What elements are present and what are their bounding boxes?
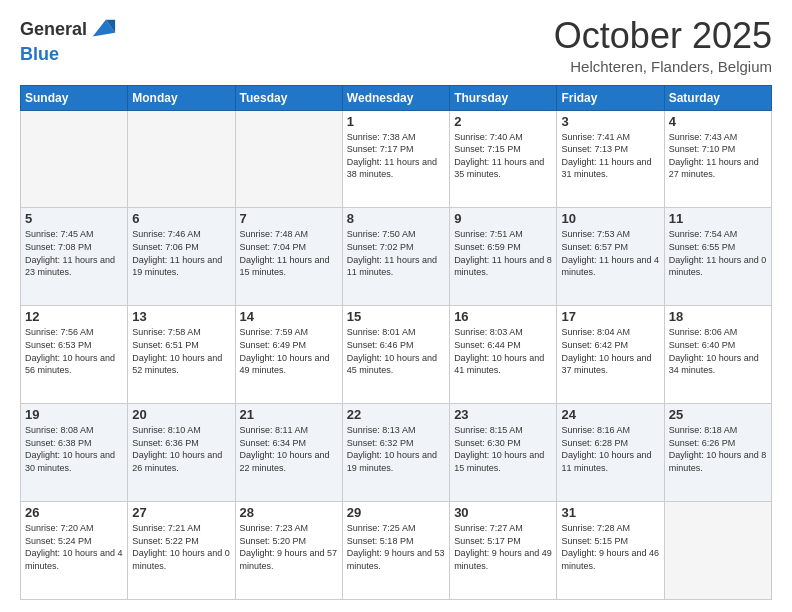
calendar-cell: 25Sunrise: 8:18 AM Sunset: 6:26 PM Dayli…	[664, 404, 771, 502]
day-number: 31	[561, 505, 659, 520]
day-info: Sunrise: 8:10 AM Sunset: 6:36 PM Dayligh…	[132, 424, 230, 474]
calendar-cell: 4Sunrise: 7:43 AM Sunset: 7:10 PM Daylig…	[664, 110, 771, 208]
day-number: 29	[347, 505, 445, 520]
calendar-cell: 10Sunrise: 7:53 AM Sunset: 6:57 PM Dayli…	[557, 208, 664, 306]
calendar-cell: 29Sunrise: 7:25 AM Sunset: 5:18 PM Dayli…	[342, 502, 449, 600]
day-info: Sunrise: 7:48 AM Sunset: 7:04 PM Dayligh…	[240, 228, 338, 278]
day-info: Sunrise: 7:27 AM Sunset: 5:17 PM Dayligh…	[454, 522, 552, 572]
day-info: Sunrise: 7:58 AM Sunset: 6:51 PM Dayligh…	[132, 326, 230, 376]
calendar-week-row: 12Sunrise: 7:56 AM Sunset: 6:53 PM Dayli…	[21, 306, 772, 404]
day-number: 5	[25, 211, 123, 226]
day-number: 10	[561, 211, 659, 226]
day-info: Sunrise: 7:54 AM Sunset: 6:55 PM Dayligh…	[669, 228, 767, 278]
day-number: 24	[561, 407, 659, 422]
day-info: Sunrise: 8:11 AM Sunset: 6:34 PM Dayligh…	[240, 424, 338, 474]
calendar-cell	[128, 110, 235, 208]
day-number: 25	[669, 407, 767, 422]
col-saturday: Saturday	[664, 85, 771, 110]
day-number: 19	[25, 407, 123, 422]
day-number: 18	[669, 309, 767, 324]
day-number: 15	[347, 309, 445, 324]
day-number: 12	[25, 309, 123, 324]
calendar-week-row: 19Sunrise: 8:08 AM Sunset: 6:38 PM Dayli…	[21, 404, 772, 502]
day-info: Sunrise: 7:20 AM Sunset: 5:24 PM Dayligh…	[25, 522, 123, 572]
calendar-cell: 1Sunrise: 7:38 AM Sunset: 7:17 PM Daylig…	[342, 110, 449, 208]
day-number: 17	[561, 309, 659, 324]
day-number: 9	[454, 211, 552, 226]
calendar-cell: 23Sunrise: 8:15 AM Sunset: 6:30 PM Dayli…	[450, 404, 557, 502]
col-tuesday: Tuesday	[235, 85, 342, 110]
header: General Blue October 2025 Helchteren, Fl…	[20, 16, 772, 75]
logo-icon	[89, 16, 117, 44]
calendar-cell: 15Sunrise: 8:01 AM Sunset: 6:46 PM Dayli…	[342, 306, 449, 404]
day-number: 26	[25, 505, 123, 520]
day-info: Sunrise: 7:38 AM Sunset: 7:17 PM Dayligh…	[347, 131, 445, 181]
day-number: 16	[454, 309, 552, 324]
calendar-cell	[235, 110, 342, 208]
day-number: 30	[454, 505, 552, 520]
col-wednesday: Wednesday	[342, 85, 449, 110]
day-info: Sunrise: 8:03 AM Sunset: 6:44 PM Dayligh…	[454, 326, 552, 376]
day-info: Sunrise: 7:53 AM Sunset: 6:57 PM Dayligh…	[561, 228, 659, 278]
calendar-cell: 7Sunrise: 7:48 AM Sunset: 7:04 PM Daylig…	[235, 208, 342, 306]
calendar-cell: 14Sunrise: 7:59 AM Sunset: 6:49 PM Dayli…	[235, 306, 342, 404]
calendar-cell: 26Sunrise: 7:20 AM Sunset: 5:24 PM Dayli…	[21, 502, 128, 600]
day-number: 1	[347, 114, 445, 129]
day-info: Sunrise: 7:56 AM Sunset: 6:53 PM Dayligh…	[25, 326, 123, 376]
day-info: Sunrise: 7:28 AM Sunset: 5:15 PM Dayligh…	[561, 522, 659, 572]
location-title: Helchteren, Flanders, Belgium	[554, 58, 772, 75]
day-number: 4	[669, 114, 767, 129]
day-number: 8	[347, 211, 445, 226]
calendar-cell: 30Sunrise: 7:27 AM Sunset: 5:17 PM Dayli…	[450, 502, 557, 600]
calendar-cell: 19Sunrise: 8:08 AM Sunset: 6:38 PM Dayli…	[21, 404, 128, 502]
day-number: 28	[240, 505, 338, 520]
day-number: 6	[132, 211, 230, 226]
calendar-week-row: 26Sunrise: 7:20 AM Sunset: 5:24 PM Dayli…	[21, 502, 772, 600]
logo-general-text: General	[20, 19, 87, 41]
title-block: October 2025 Helchteren, Flanders, Belgi…	[554, 16, 772, 75]
day-info: Sunrise: 8:18 AM Sunset: 6:26 PM Dayligh…	[669, 424, 767, 474]
day-info: Sunrise: 8:15 AM Sunset: 6:30 PM Dayligh…	[454, 424, 552, 474]
day-info: Sunrise: 7:41 AM Sunset: 7:13 PM Dayligh…	[561, 131, 659, 181]
day-number: 21	[240, 407, 338, 422]
day-info: Sunrise: 7:25 AM Sunset: 5:18 PM Dayligh…	[347, 522, 445, 572]
day-info: Sunrise: 8:04 AM Sunset: 6:42 PM Dayligh…	[561, 326, 659, 376]
calendar-cell: 3Sunrise: 7:41 AM Sunset: 7:13 PM Daylig…	[557, 110, 664, 208]
calendar-week-row: 5Sunrise: 7:45 AM Sunset: 7:08 PM Daylig…	[21, 208, 772, 306]
day-info: Sunrise: 7:46 AM Sunset: 7:06 PM Dayligh…	[132, 228, 230, 278]
day-info: Sunrise: 8:01 AM Sunset: 6:46 PM Dayligh…	[347, 326, 445, 376]
page: General Blue October 2025 Helchteren, Fl…	[0, 0, 792, 612]
day-info: Sunrise: 7:59 AM Sunset: 6:49 PM Dayligh…	[240, 326, 338, 376]
day-info: Sunrise: 7:21 AM Sunset: 5:22 PM Dayligh…	[132, 522, 230, 572]
calendar-cell: 5Sunrise: 7:45 AM Sunset: 7:08 PM Daylig…	[21, 208, 128, 306]
day-info: Sunrise: 8:16 AM Sunset: 6:28 PM Dayligh…	[561, 424, 659, 474]
day-number: 2	[454, 114, 552, 129]
calendar-cell	[21, 110, 128, 208]
day-info: Sunrise: 7:51 AM Sunset: 6:59 PM Dayligh…	[454, 228, 552, 278]
calendar: Sunday Monday Tuesday Wednesday Thursday…	[20, 85, 772, 600]
calendar-cell: 6Sunrise: 7:46 AM Sunset: 7:06 PM Daylig…	[128, 208, 235, 306]
day-info: Sunrise: 8:08 AM Sunset: 6:38 PM Dayligh…	[25, 424, 123, 474]
calendar-cell: 8Sunrise: 7:50 AM Sunset: 7:02 PM Daylig…	[342, 208, 449, 306]
logo-blue-text: Blue	[20, 44, 59, 64]
day-number: 3	[561, 114, 659, 129]
calendar-cell: 16Sunrise: 8:03 AM Sunset: 6:44 PM Dayli…	[450, 306, 557, 404]
day-number: 22	[347, 407, 445, 422]
calendar-cell: 22Sunrise: 8:13 AM Sunset: 6:32 PM Dayli…	[342, 404, 449, 502]
day-number: 20	[132, 407, 230, 422]
calendar-cell	[664, 502, 771, 600]
calendar-cell: 12Sunrise: 7:56 AM Sunset: 6:53 PM Dayli…	[21, 306, 128, 404]
col-friday: Friday	[557, 85, 664, 110]
day-info: Sunrise: 7:23 AM Sunset: 5:20 PM Dayligh…	[240, 522, 338, 572]
day-number: 27	[132, 505, 230, 520]
day-info: Sunrise: 7:45 AM Sunset: 7:08 PM Dayligh…	[25, 228, 123, 278]
day-info: Sunrise: 7:43 AM Sunset: 7:10 PM Dayligh…	[669, 131, 767, 181]
col-thursday: Thursday	[450, 85, 557, 110]
day-number: 23	[454, 407, 552, 422]
calendar-cell: 9Sunrise: 7:51 AM Sunset: 6:59 PM Daylig…	[450, 208, 557, 306]
calendar-cell: 11Sunrise: 7:54 AM Sunset: 6:55 PM Dayli…	[664, 208, 771, 306]
calendar-cell: 18Sunrise: 8:06 AM Sunset: 6:40 PM Dayli…	[664, 306, 771, 404]
day-number: 14	[240, 309, 338, 324]
calendar-header-row: Sunday Monday Tuesday Wednesday Thursday…	[21, 85, 772, 110]
day-info: Sunrise: 7:50 AM Sunset: 7:02 PM Dayligh…	[347, 228, 445, 278]
